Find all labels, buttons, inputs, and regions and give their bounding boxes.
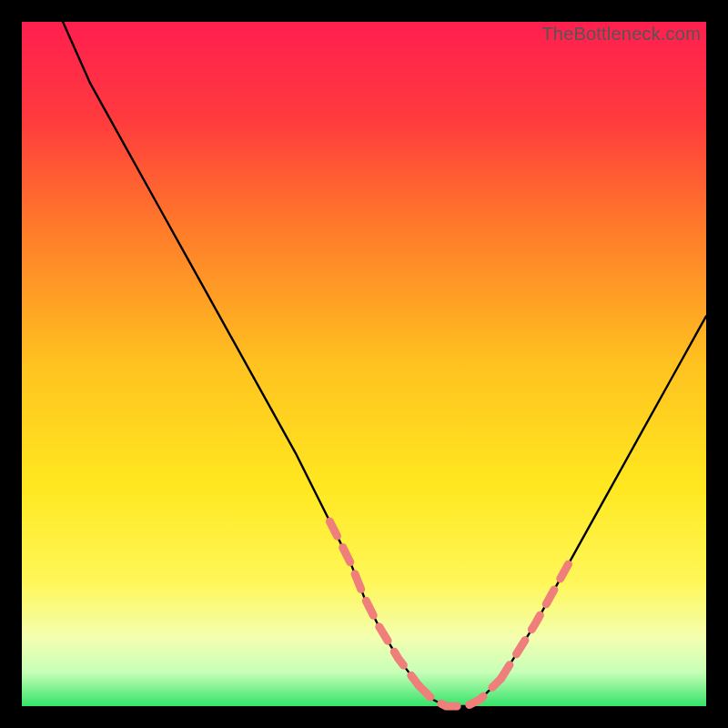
watermark-text: TheBottleneck.com [541, 24, 701, 45]
plot-area [22, 22, 706, 706]
chart-frame: TheBottleneck.com [22, 22, 706, 706]
accent-highlights [329, 521, 569, 706]
bottleneck-curve [63, 22, 706, 706]
accent-segment [329, 521, 419, 685]
accent-segment [500, 562, 569, 679]
curve-layer [22, 22, 706, 706]
